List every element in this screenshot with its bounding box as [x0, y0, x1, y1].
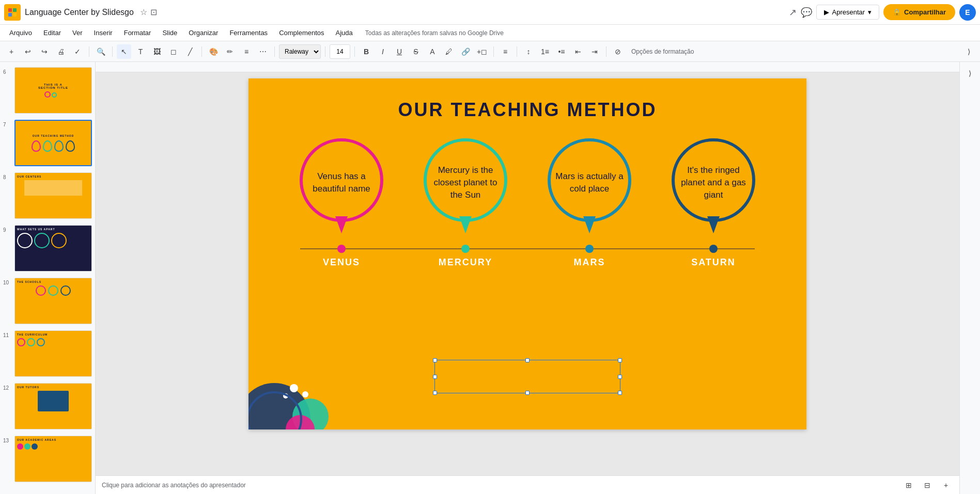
svg-marker-7: [459, 216, 472, 233]
slide-num-8: 8: [3, 172, 11, 180]
border-weight-button[interactable]: ≡: [239, 44, 254, 59]
slide-thumb-12[interactable]: 12 OUR TUTORS: [2, 382, 93, 431]
align-button[interactable]: ≡: [498, 44, 512, 59]
share-button[interactable]: 🔒 Compartilhar: [883, 4, 955, 20]
ruler: [96, 62, 959, 72]
handle-mr[interactable]: [618, 375, 622, 379]
timeline-line: [300, 249, 755, 249]
menu-inserir[interactable]: Inserir: [89, 27, 118, 39]
line-button[interactable]: ╱: [183, 44, 197, 59]
toolbar: + ↩ ↪ 🖨 ✓ 🔍 ↖ T 🖼 ◻ ╱ 🎨 ✏ ≡ ⋯ Raleway B …: [0, 41, 980, 62]
print-button[interactable]: 🖨: [54, 44, 68, 59]
menu-complementos[interactable]: Complementos: [274, 27, 329, 39]
spell-check-button[interactable]: ✓: [70, 44, 85, 59]
image-button[interactable]: 🖼: [150, 44, 164, 59]
menu-editar[interactable]: Editar: [38, 27, 66, 39]
line-spacing-button[interactable]: ↕: [521, 44, 536, 59]
planet-label-saturn: SATURN: [667, 257, 760, 268]
circle-item-saturn: It's the ringed planet and a gas giant: [667, 136, 760, 240]
share-label: Compartilhar: [904, 8, 946, 16]
shapes-button[interactable]: ◻: [166, 44, 181, 59]
slide-canvas[interactable]: OUR TEACHING METHOD Venus has a beautifu…: [248, 78, 806, 429]
cursor-button[interactable]: ↖: [117, 44, 131, 59]
underline-button[interactable]: U: [392, 44, 407, 59]
link-button[interactable]: 🔗: [458, 44, 473, 59]
font-size-input[interactable]: [330, 44, 350, 59]
handle-bc[interactable]: [525, 391, 530, 395]
slide-thumb-13[interactable]: 13 OUR ACADEMIC AREAS: [2, 435, 93, 483]
slide-thumb-11[interactable]: 11 THE CURRICULUM: [2, 329, 93, 378]
bullet-list-button[interactable]: •≡: [554, 44, 569, 59]
lock-icon: 🔒: [893, 8, 901, 16]
menu-ver[interactable]: Ver: [67, 27, 88, 39]
present-icon: ▶: [824, 8, 829, 16]
undo-button[interactable]: ↩: [21, 44, 35, 59]
redo-button[interactable]: ↪: [37, 44, 52, 59]
filmstrip-button[interactable]: ⊟: [920, 478, 935, 492]
top-bar: Language Center by Slidesgo ☆ ⊡ ↗ 💬 ▶ Ap…: [0, 0, 980, 25]
handle-tr[interactable]: [618, 358, 622, 362]
notes-placeholder[interactable]: Clique para adicionar as anotações do ap…: [102, 482, 246, 489]
avatar[interactable]: E: [959, 4, 976, 21]
decrease-indent-button[interactable]: ⇤: [571, 44, 585, 59]
present-button[interactable]: ▶ Apresentar ▾: [816, 5, 880, 20]
clear-format-button[interactable]: ⊘: [611, 44, 625, 59]
bold-button[interactable]: B: [359, 44, 374, 59]
numbered-list-button[interactable]: 1≡: [538, 44, 552, 59]
font-selector[interactable]: Raleway: [279, 44, 321, 59]
activity-icon[interactable]: ↗: [789, 7, 797, 18]
menu-formatar[interactable]: Formatar: [119, 27, 157, 39]
star-icon[interactable]: ☆: [140, 7, 147, 17]
insert-button[interactable]: +◻: [475, 44, 489, 59]
slide-num-11: 11: [3, 330, 11, 338]
zoom-button[interactable]: 🔍: [94, 44, 108, 59]
slide-num-10: 10: [3, 278, 11, 285]
handle-tl[interactable]: [433, 358, 437, 362]
selection-box[interactable]: [434, 360, 620, 393]
font-color-button[interactable]: A: [425, 44, 440, 59]
menu-organizar[interactable]: Organizar: [183, 27, 223, 39]
timeline-row: [248, 245, 806, 253]
add-button[interactable]: +: [4, 44, 19, 59]
text-button[interactable]: T: [133, 44, 148, 59]
venus-text: Venus has a beautiful name: [295, 170, 388, 195]
svg-rect-2: [8, 13, 12, 17]
toolbar-sep-1: [89, 46, 89, 57]
menu-slide[interactable]: Slide: [157, 27, 182, 39]
handle-br[interactable]: [618, 391, 622, 395]
zoom-in-button[interactable]: +: [939, 478, 953, 492]
slide-thumb-6[interactable]: 6 THIS IS A SECTION TITLE: [2, 66, 93, 115]
fill-color-button[interactable]: 🎨: [206, 44, 221, 59]
app-icon: [4, 4, 21, 21]
handle-bl[interactable]: [433, 391, 437, 395]
handle-tc[interactable]: [525, 358, 530, 362]
editor-area: OUR TEACHING METHOD Venus has a beautifu…: [96, 62, 959, 494]
title-icons: ☆ ⊡: [140, 7, 157, 17]
slide-thumb-7[interactable]: 7 OUR TEACHING METHOD: [2, 119, 93, 167]
border-color-button[interactable]: ✏: [223, 44, 237, 59]
menu-ferramentas[interactable]: Ferramentas: [224, 27, 273, 39]
slide-image-7: OUR TEACHING METHOD: [14, 120, 92, 166]
comments-icon[interactable]: 💬: [801, 7, 812, 18]
circle-item-venus: Venus has a beautiful name: [295, 136, 388, 240]
main-area: 6 THIS IS A SECTION TITLE 7: [0, 62, 980, 494]
highlight-button[interactable]: 🖊: [442, 44, 456, 59]
grid-view-button[interactable]: ⊞: [901, 478, 916, 492]
top-right-actions: ↗ 💬 ▶ Apresentar ▾ 🔒 Compartilhar E: [789, 4, 976, 21]
deco-circles: [248, 337, 352, 429]
handle-ml[interactable]: [433, 375, 437, 379]
menu-ajuda[interactable]: Ajuda: [331, 27, 358, 39]
border-dash-button[interactable]: ⋯: [256, 44, 270, 59]
italic-button[interactable]: I: [376, 44, 390, 59]
collapse-button[interactable]: ⟩: [961, 44, 976, 59]
menu-arquivo[interactable]: Arquivo: [4, 27, 37, 39]
slide-thumb-8[interactable]: 8 OUR CENTERS: [2, 171, 93, 220]
increase-indent-button[interactable]: ⇥: [587, 44, 602, 59]
drive-icon[interactable]: ⊡: [150, 7, 157, 17]
svg-rect-0: [8, 8, 12, 12]
panel-collapse-button[interactable]: ⟩: [963, 66, 977, 81]
strikethrough-button[interactable]: S: [409, 44, 423, 59]
planet-label-mars: MARS: [543, 257, 636, 268]
slide-thumb-10[interactable]: 10 THE SCHOOLS: [2, 277, 93, 325]
slide-thumb-9[interactable]: 9 WHAT SETS US APART: [2, 224, 93, 273]
